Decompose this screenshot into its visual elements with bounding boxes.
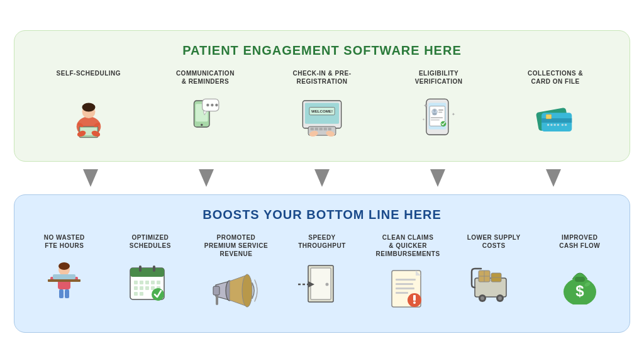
feature-checkin: CHECK-IN & PRE-REGISTRATION WELCOME! <box>267 69 377 143</box>
bottom-section: BOOSTS YOUR BOTTOM LINE HERE NO WASTEDFT… <box>14 194 630 333</box>
svg-point-88 <box>242 274 252 307</box>
svg-point-49 <box>554 124 557 126</box>
svg-rect-77 <box>140 286 143 290</box>
feature-label-checkin: CHECK-IN & PRE-REGISTRATION <box>292 69 351 87</box>
icon-person-laptop <box>60 93 117 143</box>
icon-keyboard-welcome: WELCOME! <box>294 93 350 143</box>
feature-fte-hours: NO WASTEDFTE HOURS <box>25 233 104 308</box>
bottom-title: BOOSTS YOUR BOTTOM LINE HERE <box>25 208 619 222</box>
svg-point-51 <box>562 124 564 126</box>
feature-label-collections: COLLECTIONS &CARD ON FILE <box>528 69 583 87</box>
arrow-1 <box>79 167 102 189</box>
svg-text:$: $ <box>575 282 584 299</box>
label-cash-flow: IMPROVEDCASH FLOW <box>559 233 600 251</box>
arrow-2 <box>195 167 218 189</box>
svg-rect-71 <box>134 281 138 284</box>
icon-credit-cards <box>527 93 584 143</box>
svg-point-15 <box>216 104 218 106</box>
icon-phone-id: ✦ ✦ ✦ <box>411 93 467 143</box>
svg-rect-65 <box>59 289 64 298</box>
label-premium-revenue: PROMOTEDPREMIUM SERVICEREVENUE <box>204 233 268 258</box>
feature-label-eligibility: ELIGIBILITYVERIFICATION <box>415 69 463 87</box>
top-section: PATIENT ENGAGEMENT SOFTWARE HERE SELF-SC… <box>14 30 630 162</box>
svg-point-48 <box>550 124 553 126</box>
label-fte-hours: NO WASTEDFTE HOURS <box>44 233 85 251</box>
feature-communication: COMMUNICATION& REMINDERS <box>150 69 261 143</box>
svg-rect-72 <box>140 281 143 284</box>
svg-point-33 <box>433 109 435 112</box>
icon-phone-chat <box>177 93 233 143</box>
icon-person-desk <box>36 257 92 308</box>
svg-point-52 <box>565 124 567 126</box>
svg-rect-75 <box>157 281 160 284</box>
svg-point-50 <box>557 124 560 126</box>
svg-marker-53 <box>83 169 98 187</box>
svg-rect-66 <box>65 289 69 298</box>
svg-text:✦: ✦ <box>452 112 455 116</box>
top-features-row: SELF-SCHEDULING <box>33 69 611 143</box>
svg-point-59 <box>58 262 70 270</box>
feature-self-scheduling: SELF-SCHEDULING <box>33 69 144 143</box>
svg-rect-82 <box>140 292 143 296</box>
icon-cart-boxes <box>465 257 522 308</box>
arrow-5 <box>542 167 565 189</box>
arrow-4 <box>426 167 449 189</box>
feature-claims: CLEAN CLAIMS& QUICKERREIMBURSEMENTS <box>368 233 448 315</box>
icon-door-enter <box>294 257 350 308</box>
svg-rect-24 <box>319 128 323 130</box>
arrows-row <box>14 162 630 194</box>
bottom-features-row: NO WASTEDFTE HOURS <box>25 233 619 315</box>
svg-rect-26 <box>328 128 331 130</box>
svg-marker-54 <box>199 169 214 187</box>
svg-rect-46 <box>546 114 552 119</box>
feature-cash-flow: IMPROVEDCASH FLOW $ <box>540 233 619 308</box>
svg-rect-35 <box>438 109 443 111</box>
svg-rect-99 <box>396 292 408 294</box>
svg-point-47 <box>547 124 550 126</box>
feature-throughput: SPEEDYTHROUGHPUT <box>282 233 362 308</box>
svg-rect-96 <box>396 279 416 281</box>
icon-document-alert <box>380 264 436 315</box>
svg-rect-45 <box>541 118 572 123</box>
svg-rect-78 <box>145 286 149 290</box>
svg-rect-97 <box>396 283 413 285</box>
feature-supply-costs: LOWER SUPPLYCOSTS <box>454 233 534 308</box>
label-throughput: SPEEDYTHROUGHPUT <box>298 233 346 251</box>
feature-premium-revenue: PROMOTEDPREMIUM SERVICEREVENUE <box>196 233 276 315</box>
feature-eligibility: ELIGIBILITYVERIFICATION <box>384 69 494 143</box>
svg-rect-115 <box>575 277 585 282</box>
svg-rect-63 <box>48 279 80 282</box>
svg-rect-37 <box>430 117 442 118</box>
svg-rect-73 <box>145 281 149 284</box>
svg-text:✦: ✦ <box>423 103 428 109</box>
feature-label-communication: COMMUNICATION& REMINDERS <box>176 69 235 87</box>
svg-rect-25 <box>324 128 327 130</box>
svg-marker-55 <box>314 169 330 187</box>
svg-point-2 <box>82 103 95 112</box>
svg-rect-23 <box>315 128 318 130</box>
svg-rect-81 <box>134 292 138 296</box>
icon-megaphone <box>208 264 264 315</box>
feature-schedules: OPTIMIZEDSCHEDULES <box>111 233 191 308</box>
arrow-3 <box>311 167 333 189</box>
label-claims: CLEAN CLAIMS& QUICKERREIMBURSEMENTS <box>376 233 440 258</box>
svg-rect-89 <box>216 295 218 305</box>
svg-point-92 <box>326 283 329 286</box>
icon-calendar-check <box>122 257 179 308</box>
svg-rect-70 <box>153 265 155 272</box>
svg-point-113 <box>498 296 502 300</box>
label-supply-costs: LOWER SUPPLYCOSTS <box>467 233 521 251</box>
svg-rect-38 <box>430 120 439 121</box>
icon-money-bag: $ <box>552 257 608 308</box>
svg-point-102 <box>413 301 416 304</box>
label-schedules: OPTIMIZEDSCHEDULES <box>130 233 171 251</box>
svg-rect-68 <box>130 268 164 277</box>
svg-point-14 <box>211 104 214 106</box>
svg-rect-74 <box>151 281 155 284</box>
svg-rect-101 <box>413 295 416 301</box>
svg-text:WELCOME!: WELCOME! <box>311 109 333 113</box>
svg-rect-64 <box>53 274 75 279</box>
svg-point-13 <box>207 104 209 106</box>
svg-rect-22 <box>311 128 314 130</box>
svg-rect-98 <box>396 288 414 289</box>
